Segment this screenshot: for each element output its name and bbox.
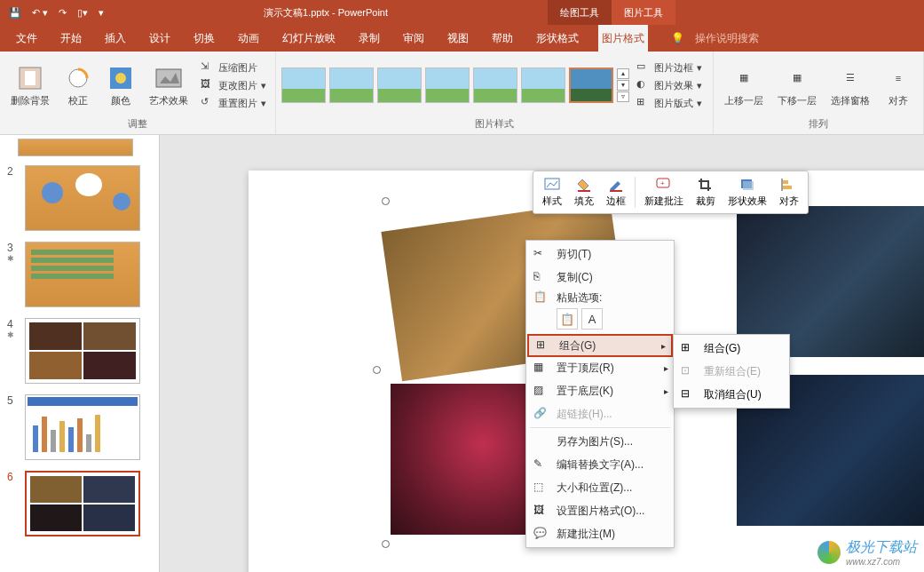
tab-picture-format[interactable]: 图片格式 bbox=[598, 25, 648, 52]
tab-file[interactable]: 文件 bbox=[12, 25, 41, 52]
watermark: 极光下载站 www.xz7.com bbox=[817, 538, 917, 567]
contextual-tabs: 绘图工具 图片工具 bbox=[548, 0, 675, 25]
paste-option-1[interactable]: 📋 bbox=[557, 308, 578, 330]
svg-rect-8 bbox=[610, 190, 622, 192]
slide-thumb-row-3[interactable]: 3✱ bbox=[0, 236, 159, 313]
tab-record[interactable]: 录制 bbox=[355, 25, 383, 52]
mini-comment-button[interactable]: +新建批注 bbox=[639, 175, 689, 210]
ungroup-icon: ⊟ bbox=[681, 387, 695, 401]
tab-insert[interactable]: 插入 bbox=[101, 25, 130, 52]
svg-point-4 bbox=[115, 73, 126, 83]
ctx-save-as-pic[interactable]: 另存为图片(S)... bbox=[526, 430, 674, 453]
mini-style-button[interactable]: 样式 bbox=[537, 175, 567, 210]
corrections-button[interactable]: 校正 bbox=[59, 62, 98, 109]
slide-thumb-prev[interactable] bbox=[18, 139, 133, 156]
handle-w[interactable] bbox=[373, 366, 381, 374]
save-icon[interactable]: 💾 bbox=[9, 7, 21, 19]
compress-button[interactable]: ⇲压缩图片 bbox=[197, 60, 270, 75]
tab-animations[interactable]: 动画 bbox=[234, 25, 263, 52]
pic-layout-button[interactable]: ⊞图片版式▾ bbox=[633, 95, 706, 111]
slide-editor[interactable]: 样式 填充 边框 +新建批注 裁剪 形状效果 对齐 ✂剪切(T) ⎘复制(C) … bbox=[160, 135, 924, 572]
ctx-format-pic[interactable]: 🖼设置图片格式(O)... bbox=[526, 499, 674, 522]
ctx-size-pos[interactable]: ⬚大小和位置(Z)... bbox=[526, 476, 674, 499]
ctx-alt-text[interactable]: ✎编辑替换文字(A)... bbox=[526, 453, 674, 476]
submenu-ungroup[interactable]: ⊟取消组合(U) bbox=[674, 383, 789, 406]
ctx-send-back[interactable]: ▨置于底层(K)▸ bbox=[526, 379, 674, 402]
reset-pic-button[interactable]: ↺重置图片▾ bbox=[197, 95, 270, 111]
gallery-scroll[interactable]: ▴▾▿ bbox=[617, 68, 629, 102]
slide-thumb-row-2[interactable]: 2 bbox=[0, 160, 159, 236]
copy-icon: ⎘ bbox=[533, 270, 548, 284]
style-preset-4[interactable] bbox=[425, 68, 470, 103]
ctx-bring-front[interactable]: ▦置于顶层(R)▸ bbox=[526, 356, 674, 379]
picture-tools-tab[interactable]: 图片工具 bbox=[612, 0, 675, 25]
ctx-copy[interactable]: ⎘复制(C) bbox=[526, 266, 674, 289]
tab-help[interactable]: 帮助 bbox=[488, 25, 517, 52]
change-pic-button[interactable]: 🖼更改图片▾ bbox=[197, 77, 270, 93]
remove-bg-button[interactable]: 删除背景 bbox=[5, 62, 55, 109]
corrections-icon bbox=[64, 64, 92, 92]
drawing-tools-tab[interactable]: 绘图工具 bbox=[548, 0, 612, 25]
align-button[interactable]: ≡对齐 bbox=[879, 62, 918, 109]
svg-text:+: + bbox=[660, 179, 665, 187]
tab-view[interactable]: 视图 bbox=[444, 25, 472, 52]
ctx-group[interactable]: ⊞组合(G)▸ bbox=[527, 334, 673, 357]
slide-thumb-5[interactable] bbox=[25, 394, 140, 460]
color-button[interactable]: 颜色 bbox=[101, 62, 140, 109]
ribbon: 删除背景 校正 颜色 艺术效果 ⇲压缩图片 🖼更改图片▾ ↺重置图片▾ 调整 bbox=[0, 52, 924, 135]
tab-review[interactable]: 审阅 bbox=[399, 25, 428, 52]
mini-outline-button[interactable]: 边框 bbox=[601, 175, 631, 210]
change-pic-icon: 🖼 bbox=[201, 78, 215, 92]
slide-thumb-3[interactable] bbox=[25, 242, 140, 307]
style-preset-6[interactable] bbox=[521, 68, 565, 103]
selection-pane-button[interactable]: ☰选择窗格 bbox=[825, 62, 875, 109]
adjust-small-buttons: ⇲压缩图片 🖼更改图片▾ ↺重置图片▾ bbox=[197, 60, 270, 111]
redo-icon[interactable]: ↷ bbox=[59, 7, 67, 19]
send-backward-button[interactable]: ▦下移一层 bbox=[772, 62, 822, 109]
tab-home[interactable]: 开始 bbox=[57, 25, 85, 52]
slide-thumb-4[interactable] bbox=[25, 318, 140, 384]
mini-crop-icon bbox=[697, 177, 715, 193]
reset-pic-icon: ↺ bbox=[201, 96, 215, 110]
pic-effects-button[interactable]: ◐图片效果▾ bbox=[633, 77, 706, 93]
ctx-cut[interactable]: ✂剪切(T) bbox=[526, 242, 674, 266]
group-label-styles: 图片样式 bbox=[281, 115, 707, 132]
context-menu: ✂剪切(T) ⎘复制(C) 📋粘贴选项: 📋 A ⊞组合(G)▸ ▦置于顶层(R… bbox=[525, 240, 675, 548]
ribbon-group-adjust: 删除背景 校正 颜色 艺术效果 ⇲压缩图片 🖼更改图片▾ ↺重置图片▾ 调整 bbox=[0, 52, 276, 134]
tab-transitions[interactable]: 切换 bbox=[190, 25, 218, 52]
slide-thumb-row-6[interactable]: 6 bbox=[0, 465, 159, 542]
tab-design[interactable]: 设计 bbox=[146, 25, 174, 52]
mini-shapefx-button[interactable]: 形状效果 bbox=[723, 175, 772, 210]
style-preset-2[interactable] bbox=[329, 68, 374, 103]
undo-icon[interactable]: ↶ ▾ bbox=[32, 7, 48, 19]
window-title: 演示文稿1.pptx - PowerPoint bbox=[104, 6, 548, 20]
mini-crop-button[interactable]: 裁剪 bbox=[691, 175, 721, 210]
submenu-group[interactable]: ⊞组合(G) bbox=[674, 337, 789, 360]
tell-me-search[interactable]: 💡 操作说明搜索 bbox=[664, 25, 766, 52]
style-gallery[interactable]: ▴▾▿ bbox=[281, 68, 629, 103]
slide-panel[interactable]: 2 3✱ 4✱ bbox=[0, 135, 160, 572]
bring-forward-button[interactable]: ▦上移一层 bbox=[719, 62, 769, 109]
slide-thumb-row-5[interactable]: 5 bbox=[0, 389, 159, 465]
tab-shape-format[interactable]: 形状格式 bbox=[533, 25, 582, 52]
style-preset-5[interactable] bbox=[473, 68, 517, 103]
handle-nw[interactable] bbox=[382, 197, 390, 205]
slide-thumb-row-4[interactable]: 4✱ bbox=[0, 313, 159, 389]
style-preset-7[interactable] bbox=[569, 68, 613, 103]
svg-rect-13 bbox=[783, 180, 788, 184]
slideshow-icon[interactable]: ▯▾ bbox=[77, 7, 88, 19]
tab-slideshow[interactable]: 幻灯片放映 bbox=[279, 25, 339, 52]
artistic-button[interactable]: 艺术效果 bbox=[144, 62, 193, 109]
ctx-new-comment[interactable]: 💬新建批注(M) bbox=[526, 522, 674, 545]
style-preset-3[interactable] bbox=[377, 68, 422, 103]
pic-border-button[interactable]: ▭图片边框▾ bbox=[633, 60, 706, 75]
paste-option-2[interactable]: A bbox=[581, 308, 603, 330]
submenu-arrow-icon: ▸ bbox=[661, 341, 666, 351]
slide-thumb-2[interactable] bbox=[25, 165, 140, 231]
style-preset-1[interactable] bbox=[281, 68, 326, 103]
handle-sw[interactable] bbox=[382, 540, 390, 548]
slide-thumb-6[interactable] bbox=[25, 471, 140, 536]
ctx-paste-label: 📋粘贴选项: bbox=[526, 289, 674, 306]
mini-fill-button[interactable]: 填充 bbox=[569, 175, 599, 210]
mini-align-button[interactable]: 对齐 bbox=[774, 175, 804, 210]
